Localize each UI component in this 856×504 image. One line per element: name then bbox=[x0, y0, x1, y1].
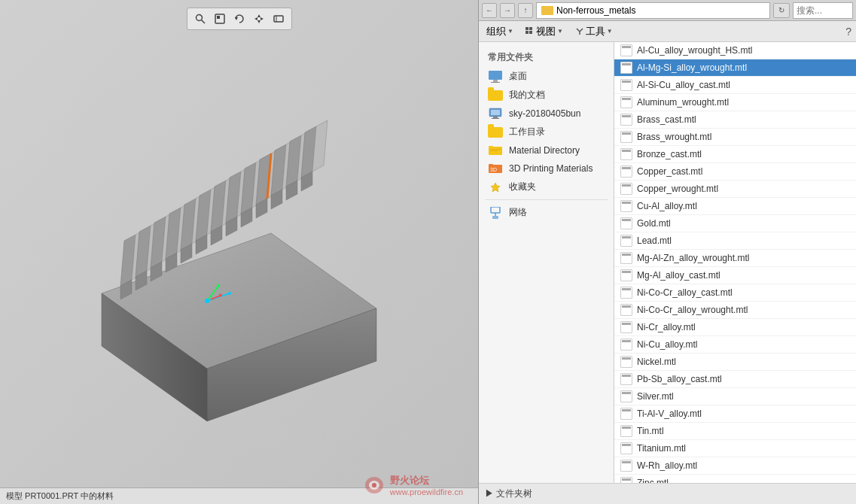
view-label: 视图 bbox=[536, 25, 556, 38]
file-icon bbox=[620, 460, 632, 472]
file-name: Brass_cast.mtl bbox=[637, 114, 696, 125]
svg-point-58 bbox=[217, 284, 220, 287]
view-menu[interactable]: 视图 ▼ bbox=[522, 23, 566, 40]
sidebar-item-computer[interactable]: sky-20180405bun bbox=[479, 105, 614, 123]
file-name: Zinc.mtl bbox=[637, 478, 669, 483]
file-item[interactable]: Nickel.mtl bbox=[614, 354, 856, 371]
file-item[interactable]: Ni-Co-Cr_alloy_wrought.mtl bbox=[614, 302, 856, 319]
file-item[interactable]: Aluminum_wrought.mtl bbox=[614, 94, 856, 111]
file-tree-bar[interactable]: ▶ 文件夹树 bbox=[479, 483, 856, 504]
fit-btn[interactable] bbox=[212, 11, 228, 27]
file-item[interactable]: Ni-Cr_alloy.mtl bbox=[614, 319, 856, 336]
work-icon bbox=[488, 126, 503, 138]
svg-rect-86 bbox=[492, 216, 498, 219]
3d-object bbox=[60, 38, 399, 429]
file-name: Al-Cu_alloy_wrought_HS.mtl bbox=[637, 45, 752, 56]
path-display: Non-ferrous_metals bbox=[536, 2, 770, 19]
file-item[interactable]: Bronze_cast.mtl bbox=[614, 146, 856, 163]
file-item[interactable]: Cu-Al_alloy.mtl bbox=[614, 198, 856, 215]
search-input[interactable] bbox=[793, 2, 853, 19]
file-item[interactable]: Al-Si-Cu_alloy_cast.mtl bbox=[614, 77, 856, 94]
sidebar-item-work[interactable]: 工作目录 bbox=[479, 123, 614, 141]
sidebar-item-desktop[interactable]: 桌面 bbox=[479, 67, 614, 86]
file-icon bbox=[620, 477, 632, 483]
svg-rect-66 bbox=[525, 31, 529, 34]
rotate-btn[interactable] bbox=[231, 11, 248, 27]
file-icon bbox=[620, 269, 632, 281]
computer-icon bbox=[488, 108, 503, 120]
svg-point-0 bbox=[196, 15, 202, 21]
file-item[interactable]: Titanium.mtl bbox=[614, 440, 856, 457]
sidebar-item-3d-printing[interactable]: 3D 3D Printing Materials bbox=[479, 159, 614, 178]
desktop-icon bbox=[488, 71, 503, 83]
file-item[interactable]: Ni-Cu_alloy.mtl bbox=[614, 336, 856, 354]
sidebar-item-documents[interactable]: 我的文档 bbox=[479, 86, 614, 105]
favorites-title: 常用文件夹 bbox=[479, 48, 614, 67]
file-item[interactable]: Lead.mtl bbox=[614, 232, 856, 250]
favorites-label: 收藏夹 bbox=[509, 181, 536, 193]
file-name: Brass_wrought.mtl bbox=[637, 132, 711, 142]
file-name: Gold.mtl bbox=[637, 218, 671, 229]
file-name: Copper_cast.mtl bbox=[637, 166, 702, 177]
file-item[interactable]: Brass_wrought.mtl bbox=[614, 129, 856, 146]
sidebar-item-network[interactable]: 网络 bbox=[479, 203, 614, 222]
status-text: 模型 PRT0001.PRT 中的材料 bbox=[6, 490, 114, 502]
file-icon bbox=[620, 200, 632, 212]
tools-arrow: ▼ bbox=[607, 28, 613, 35]
file-item[interactable]: Al-Cu_alloy_wrought_HS.mtl bbox=[614, 42, 856, 59]
file-name: W-Rh_alloy.mtl bbox=[637, 460, 697, 471]
svg-rect-67 bbox=[529, 31, 532, 34]
viewport-toolbar bbox=[187, 8, 292, 30]
file-item[interactable]: Zinc.mtl bbox=[614, 475, 856, 483]
organize-menu[interactable]: 组织 ▼ bbox=[483, 23, 516, 40]
file-item[interactable]: Copper_cast.mtl bbox=[614, 163, 856, 181]
sidebar-item-material-directory[interactable]: Material Directory bbox=[479, 141, 614, 159]
file-icon bbox=[620, 425, 632, 437]
organize-arrow: ▼ bbox=[507, 28, 513, 35]
file-icon bbox=[620, 356, 632, 368]
help-button[interactable]: ? bbox=[845, 26, 851, 38]
back-button[interactable]: ← bbox=[482, 3, 497, 18]
view-btn[interactable] bbox=[270, 11, 287, 27]
file-item[interactable]: Gold.mtl bbox=[614, 215, 856, 232]
file-list[interactable]: Al-Cu_alloy_wrought_HS.mtlAl-Mg-Si_alloy… bbox=[614, 42, 856, 483]
file-item[interactable]: Pb-Sb_alloy_cast.mtl bbox=[614, 371, 856, 388]
file-icon bbox=[620, 408, 632, 420]
file-item[interactable]: Silver.mtl bbox=[614, 388, 856, 405]
pan-btn[interactable] bbox=[251, 11, 267, 27]
svg-rect-79 bbox=[490, 150, 498, 151]
file-item[interactable]: Mg-Al_alloy_cast.mtl bbox=[614, 267, 856, 284]
3d-printing-icon: 3D bbox=[488, 162, 503, 175]
file-icon bbox=[620, 79, 632, 91]
3d-viewport[interactable]: 模型 PRT0001.PRT 中的材料 野火论坛 www.proewildfir… bbox=[0, 0, 478, 504]
file-item[interactable]: Ni-Co-Cr_alloy_cast.mtl bbox=[614, 284, 856, 302]
file-name: Titanium.mtl bbox=[637, 443, 686, 454]
zoom-btn[interactable] bbox=[192, 11, 209, 27]
refresh-button[interactable]: ↻ bbox=[773, 3, 790, 18]
file-tree-label: ▶ 文件夹树 bbox=[485, 487, 532, 500]
file-item[interactable]: Al-Mg-Si_alloy_wrought.mtl bbox=[614, 59, 856, 77]
file-item[interactable]: Brass_cast.mtl bbox=[614, 111, 856, 129]
file-icon bbox=[620, 131, 632, 143]
file-item[interactable]: Copper_wrought.mtl bbox=[614, 181, 856, 198]
desktop-label: 桌面 bbox=[509, 70, 527, 83]
file-icon bbox=[620, 44, 632, 56]
sidebar-item-favorites[interactable]: 收藏夹 bbox=[479, 178, 614, 196]
3d-printing-label: 3D Printing Materials bbox=[509, 163, 592, 174]
forward-button[interactable]: → bbox=[500, 3, 515, 18]
file-item[interactable]: Mg-Al-Zn_alloy_wrought.mtl bbox=[614, 250, 856, 267]
folder-icon bbox=[541, 6, 553, 15]
file-icon bbox=[620, 304, 632, 316]
file-icon bbox=[620, 235, 632, 247]
file-icon bbox=[620, 321, 632, 333]
file-item[interactable]: Ti-Al-V_alloy.mtl bbox=[614, 405, 856, 423]
material-directory-icon bbox=[488, 144, 503, 156]
file-name: Mg-Al-Zn_alloy_wrought.mtl bbox=[637, 253, 749, 263]
main-content: 常用文件夹 桌面 我的文档 sky bbox=[479, 42, 856, 483]
tools-menu[interactable]: 工具 ▼ bbox=[572, 23, 616, 40]
svg-rect-78 bbox=[490, 149, 501, 150]
common-folders-section: 常用文件夹 桌面 我的文档 sky bbox=[479, 48, 614, 222]
file-item[interactable]: Tin.mtl bbox=[614, 423, 856, 440]
up-button[interactable]: ↑ bbox=[518, 3, 533, 18]
file-item[interactable]: W-Rh_alloy.mtl bbox=[614, 457, 856, 475]
